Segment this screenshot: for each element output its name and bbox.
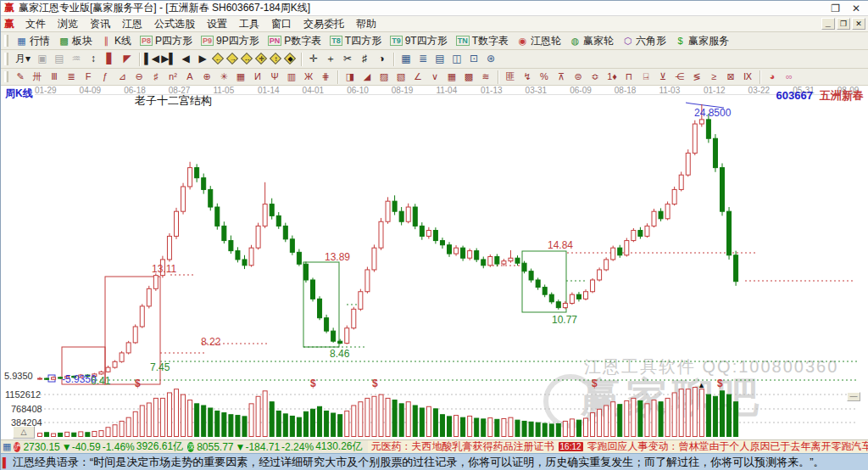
check-lines-icon[interactable]: ∨	[426, 70, 443, 84]
percent-line-icon[interactable]: ⊼	[553, 70, 570, 84]
circle-cross-icon[interactable]: ⊕	[198, 70, 215, 84]
box-lines-icon[interactable]: ▥	[283, 70, 300, 84]
zone-icon[interactable]: ⊠	[722, 70, 739, 84]
next-bar-icon[interactable]: ▶	[194, 52, 211, 66]
mdi-close-button[interactable]: ✕	[852, 18, 865, 30]
gann-diamond-icon-1[interactable]: ←	[212, 53, 225, 65]
screen-capture-icon[interactable]: ▣	[34, 52, 51, 66]
candle-style-icon[interactable]: ▋	[102, 52, 119, 66]
refresh-icon[interactable]: ⊛	[482, 52, 499, 66]
gann-fan-icon[interactable]: 卅	[29, 70, 46, 84]
t9-square-button[interactable]: T99T四方形	[386, 33, 452, 49]
price-mark-icon[interactable]: 1♦	[604, 70, 620, 84]
period-selector[interactable]: 月▾	[12, 52, 34, 66]
gann-diamond-icon-5[interactable]: ↕	[270, 53, 282, 65]
big-grid-icon[interactable]: ▦	[443, 70, 460, 84]
trend-e-icon[interactable]: ⋲	[671, 70, 688, 84]
menu-item-江恩[interactable]: 江恩	[116, 15, 148, 33]
chart-area[interactable]: 周K线 01-2904-0906-1808-2711-0501-1404-010…	[1, 86, 868, 439]
menu-item-浏览[interactable]: 浏览	[52, 15, 84, 33]
percent-icon[interactable]: %	[536, 70, 553, 84]
channel-icon[interactable]: ⊓	[620, 70, 637, 84]
n2-icon[interactable]: n²	[164, 70, 181, 84]
quotes-button[interactable]: ▦行情	[12, 33, 54, 49]
close-button[interactable]: ✕	[852, 3, 860, 14]
gann-diamond-icon-4[interactable]: ✛	[255, 53, 268, 65]
collapse-panel-button[interactable]: △	[13, 426, 35, 439]
pen-tool-icon[interactable]: ✎	[12, 70, 29, 84]
gann-grid-icon[interactable]: Ⅲ	[46, 70, 63, 84]
p-table-button[interactable]: PNP数字表	[264, 33, 326, 49]
rays-icon[interactable]: ◢	[359, 70, 376, 84]
goto-first-icon[interactable]: ▌◀	[143, 52, 160, 66]
menu-item-资讯[interactable]: 资讯	[84, 15, 116, 33]
wave-n-icon[interactable]: И	[249, 70, 266, 84]
cycle-icon[interactable]: ⊖	[131, 70, 147, 84]
gann-diamond-icon-6[interactable]: ◆	[284, 53, 297, 65]
xy-icon[interactable]: Ⅸ	[739, 70, 756, 84]
mdi-restore-button[interactable]: ❐	[837, 18, 850, 30]
gann-wheel-button[interactable]: ◉江恩轮	[513, 33, 565, 49]
color-flag-icon[interactable]: ◤	[119, 52, 136, 66]
news-item-1[interactable]: 元医药：夫西地酸乳膏获得药品注册证书	[371, 439, 554, 453]
menu-item-设置[interactable]: 设置	[201, 15, 233, 33]
prev-bar-icon[interactable]: ◀	[177, 52, 194, 66]
trend-s-icon[interactable]: ≶	[688, 70, 705, 84]
spiral-icon[interactable]: ƒ	[97, 70, 114, 84]
gold-box-icon[interactable]: ⍈	[637, 70, 654, 84]
scroll-right-button[interactable]: —	[847, 392, 860, 401]
winner-service-button[interactable]: $赢家服务	[670, 33, 733, 49]
rect-tool-icon[interactable]: ◨	[342, 70, 359, 84]
shanghai-index-icon[interactable]: 沪	[14, 442, 20, 452]
t-table-button[interactable]: TNT数字表	[452, 33, 513, 49]
winner-wheel-button[interactable]: ◍赢家轮	[565, 33, 618, 49]
save-icon[interactable]: ◫	[448, 52, 465, 66]
news-item-2[interactable]: 零跑回应人事变动：曾林堂由于个人原因已于去年离开零跑汽车	[587, 439, 868, 453]
angle-lines-icon[interactable]: ∠	[409, 70, 426, 84]
gann-diamond-icon-3[interactable]: ↔	[241, 53, 253, 65]
angle-icon[interactable]: ⊿	[114, 70, 131, 84]
shenzhen-index-icon[interactable]: 深	[187, 442, 194, 452]
stamp-tool-icon[interactable]: ♯	[356, 52, 373, 66]
time-grid-icon[interactable]: Ж	[300, 70, 317, 84]
gold-circle-icon[interactable]: ⊜	[570, 70, 587, 84]
pitchfork-icon[interactable]: Ψ	[266, 70, 283, 84]
fib-lines-icon[interactable]: ≣	[63, 70, 80, 84]
star-icon[interactable]: ✳	[215, 70, 232, 84]
measure-tool-icon[interactable]: ✂	[339, 52, 356, 66]
parallel-icon[interactable]: ≋	[477, 70, 494, 84]
gann-diamond-icon-2[interactable]: →	[226, 53, 239, 65]
blocks-button[interactable]: ▩板块	[54, 33, 97, 49]
board-grid-icon[interactable]: ▦	[3, 441, 11, 452]
calendar-icon[interactable]: ▦	[398, 52, 415, 66]
spinner-icon[interactable]: ↕	[85, 52, 102, 66]
a-tool-icon[interactable]: A	[181, 70, 198, 84]
palette-tool-icon[interactable]: ◑	[373, 52, 390, 66]
menu-item-工具[interactable]: 工具	[233, 15, 265, 33]
percent-retrace-icon[interactable]: ↯	[519, 70, 536, 84]
mdi-minimize-button[interactable]: ＿	[821, 18, 835, 30]
goto-last-icon[interactable]: ▶▌	[160, 52, 177, 66]
ruler-icon[interactable]: 匪	[502, 70, 519, 84]
hand-tool-icon[interactable]: ✛	[305, 52, 322, 66]
menu-item-交易委托[interactable]: 交易委托	[298, 15, 350, 33]
menu-item-文件[interactable]: 文件	[19, 15, 52, 33]
trend-v-icon[interactable]: ⊻	[654, 70, 671, 84]
bars-pattern-icon[interactable]: ⋕	[317, 70, 334, 84]
pattern-box-icon[interactable]: ▩	[460, 70, 477, 84]
gold-line-icon[interactable]: ≎	[587, 70, 604, 84]
pie-chart-icon[interactable]: ◕	[764, 70, 781, 84]
kline-button[interactable]: ∥K线	[97, 33, 136, 49]
zoom-out-chart-icon[interactable]: ♒	[68, 52, 85, 66]
steps-icon[interactable]: ≥	[705, 70, 722, 84]
t-square-button[interactable]: T8T四方形	[326, 33, 386, 49]
p9-square-button[interactable]: P99P四方形	[197, 33, 264, 49]
menu-item-窗口[interactable]: 窗口	[265, 15, 298, 33]
f-tool-icon[interactable]: F	[80, 70, 97, 84]
filled-box-icon[interactable]: ▧	[392, 70, 409, 84]
grid-box-icon[interactable]: ▦	[232, 70, 249, 84]
menu-item-帮助[interactable]: 帮助	[350, 15, 382, 33]
menu-item-公式选股[interactable]: 公式选股	[148, 15, 201, 33]
crosshair-tool-icon[interactable]: ＋	[322, 52, 339, 66]
hexagon-button[interactable]: ⬡六角形	[618, 33, 670, 49]
